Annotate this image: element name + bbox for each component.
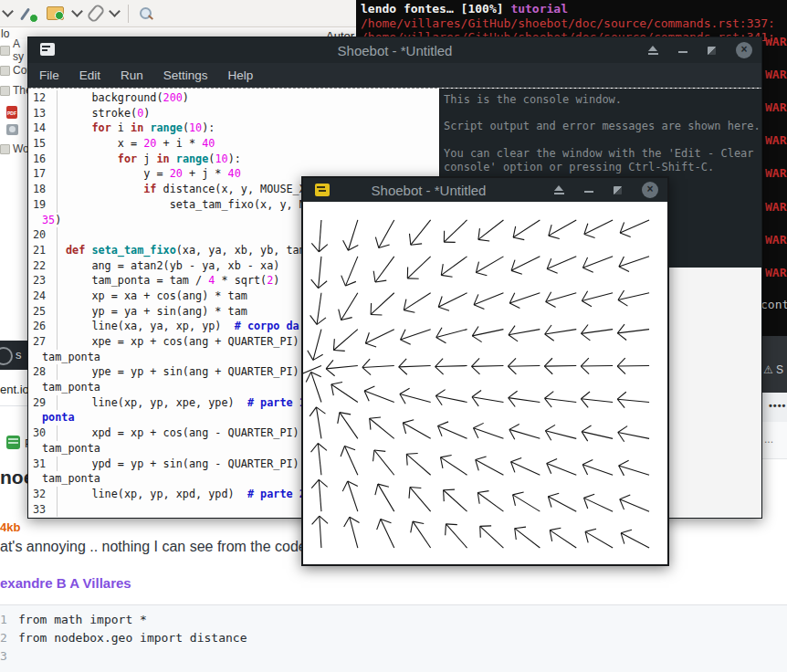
code-text: 35) bbox=[28, 213, 61, 228]
chevron-down-icon[interactable] bbox=[109, 5, 121, 17]
line-number: 24 bbox=[28, 289, 58, 304]
line-number: 31 bbox=[28, 457, 58, 472]
line-number: 30 bbox=[28, 425, 58, 441]
header-letter: s bbox=[16, 348, 22, 362]
warning-text-fragment: WAR bbox=[765, 166, 786, 180]
terminal-error-line: /home/villares/GitHub/shoebot/doc/source… bbox=[361, 16, 775, 30]
line-number: 25 bbox=[28, 304, 58, 320]
code-text: for j in range(10): bbox=[58, 152, 241, 167]
search-icon[interactable] bbox=[138, 6, 152, 21]
terminal-line: lendo fontes… [100%] tutorial bbox=[361, 2, 568, 16]
menu-settings[interactable]: Settings bbox=[153, 68, 218, 82]
message-icon bbox=[0, 86, 10, 96]
code-text: background(200) bbox=[58, 90, 189, 106]
output-window-title: Shoebot - *Untitled bbox=[303, 183, 554, 198]
minimize-button[interactable] bbox=[584, 191, 593, 193]
code-line[interactable]: 14 for i in range(10): bbox=[28, 121, 439, 136]
attachment-icon[interactable] bbox=[86, 3, 105, 23]
gist-code-block: 1from math import *2from nodebox.geo imp… bbox=[0, 604, 787, 672]
gist-code-line: 2from nodebox.geo import distance bbox=[0, 629, 787, 647]
code-text: y = 20 + j * 40 bbox=[58, 166, 241, 182]
line-number: 33 bbox=[28, 502, 58, 518]
code-text: ponta bbox=[28, 410, 75, 425]
message-icon bbox=[0, 46, 10, 56]
warning-text-fragment: WAR bbox=[765, 200, 786, 214]
line-number: 28 bbox=[28, 364, 58, 380]
close-button[interactable]: × bbox=[736, 42, 752, 58]
code-text: xp = xa + cos(ang) * tam bbox=[58, 289, 247, 304]
code-text: yp = ya + sin(ang) * tam bbox=[58, 304, 247, 320]
line-number: 18 bbox=[28, 182, 58, 197]
message-icon bbox=[0, 144, 10, 154]
code-line[interactable]: 16 for j in range(10): bbox=[28, 152, 439, 167]
field-label-fragment: lo bbox=[1, 27, 9, 40]
pdf-attachment-icon[interactable]: PDF bbox=[6, 106, 17, 119]
line-number: 27 bbox=[28, 334, 58, 350]
chevron-down-icon[interactable] bbox=[2, 5, 14, 17]
output-titlebar[interactable]: Shoebot - *Untitled × bbox=[303, 178, 667, 202]
warning-text-fragment: WAR bbox=[765, 133, 786, 147]
line-number: 12 bbox=[28, 90, 58, 106]
code-text: for i in range(10): bbox=[58, 121, 215, 136]
line-number: 26 bbox=[28, 319, 58, 334]
calendar-icon bbox=[6, 436, 20, 449]
code-line[interactable]: 13 stroke(0) bbox=[28, 106, 439, 121]
insert-image-icon[interactable] bbox=[47, 6, 64, 20]
maximize-button[interactable] bbox=[708, 47, 716, 55]
warning-text-fragment: WAR bbox=[765, 233, 786, 247]
warning-icon: ⚠ bbox=[763, 363, 773, 376]
console-line bbox=[444, 133, 761, 147]
chevron-down-icon[interactable] bbox=[71, 5, 83, 17]
close-button[interactable]: × bbox=[642, 182, 658, 198]
window-icon bbox=[40, 43, 55, 56]
line-number: 32 bbox=[28, 487, 58, 502]
masked-row-fragment: •••• bbox=[761, 393, 787, 423]
toolbar-separator bbox=[128, 5, 129, 23]
menu-help[interactable]: Help bbox=[218, 68, 264, 82]
shoebot-output-window: Shoebot - *Untitled × bbox=[301, 176, 669, 566]
code-text: line(xp, yp, xpe, ype) # parte 1 da bbox=[58, 395, 331, 411]
gist-line-number: 1 bbox=[0, 611, 11, 629]
gist-code-line: 1from math import * bbox=[0, 611, 787, 629]
shade-button[interactable] bbox=[554, 185, 564, 194]
code-line[interactable]: 12 background(200) bbox=[28, 90, 439, 106]
warning-banner-fragment: ⚠ S bbox=[761, 336, 787, 393]
editor-titlebar[interactable]: Shoebot - *Untitled × bbox=[28, 37, 761, 63]
menu-file[interactable]: File bbox=[29, 68, 69, 82]
gist-code-line: 3 bbox=[0, 647, 787, 666]
line-number: 17 bbox=[28, 166, 58, 182]
mail-list-item[interactable]: A sy bbox=[0, 44, 29, 57]
divider bbox=[0, 405, 30, 406]
code-text: xpe = xp + cos(ang + QUARTER_PI) * bbox=[58, 334, 319, 350]
line-number: 29 bbox=[28, 395, 58, 411]
console-line bbox=[444, 107, 761, 121]
line-number: 22 bbox=[28, 258, 58, 274]
editor-menubar: FileEditRunSettingsHelp bbox=[28, 63, 761, 88]
gist-line-number: 2 bbox=[0, 629, 11, 647]
console-line: Script output and error messages are sho… bbox=[444, 120, 761, 133]
line-number: 23 bbox=[28, 273, 58, 289]
code-text: tam_ponta bbox=[28, 350, 100, 365]
line-number: 16 bbox=[28, 152, 58, 167]
code-text: def seta_tam_fixo(xa, ya, xb, yb, tam): bbox=[58, 243, 319, 258]
arrow-field-canvas[interactable] bbox=[303, 202, 667, 564]
menu-edit[interactable]: Edit bbox=[69, 68, 110, 82]
author-link-fragment[interactable]: exandre B A Villares bbox=[0, 575, 131, 591]
avatar-icon bbox=[0, 347, 13, 365]
line-number: 21 bbox=[28, 243, 58, 258]
code-line[interactable]: 15 x = 20 + i * 40 bbox=[28, 136, 439, 152]
line-number: 14 bbox=[28, 121, 58, 136]
code-text: tam_ponta bbox=[28, 471, 100, 487]
line-number: 19 bbox=[28, 197, 58, 213]
code-text: line(xa, ya, xp, yp) # corpo da seta bbox=[58, 319, 331, 334]
maximize-button[interactable] bbox=[614, 186, 622, 194]
ellipsis-row-fragment: ... bbox=[761, 422, 787, 459]
gist-line-number: 3 bbox=[0, 647, 11, 666]
warning-letter: S bbox=[776, 363, 783, 376]
minimize-button[interactable] bbox=[678, 51, 687, 53]
menu-run[interactable]: Run bbox=[110, 68, 153, 82]
compose-pen-icon[interactable] bbox=[21, 5, 37, 22]
photo-attachment-icon[interactable] bbox=[6, 124, 18, 135]
shade-button[interactable] bbox=[648, 46, 658, 55]
gist-code-text: from nodebox.geo import distance bbox=[11, 631, 247, 645]
